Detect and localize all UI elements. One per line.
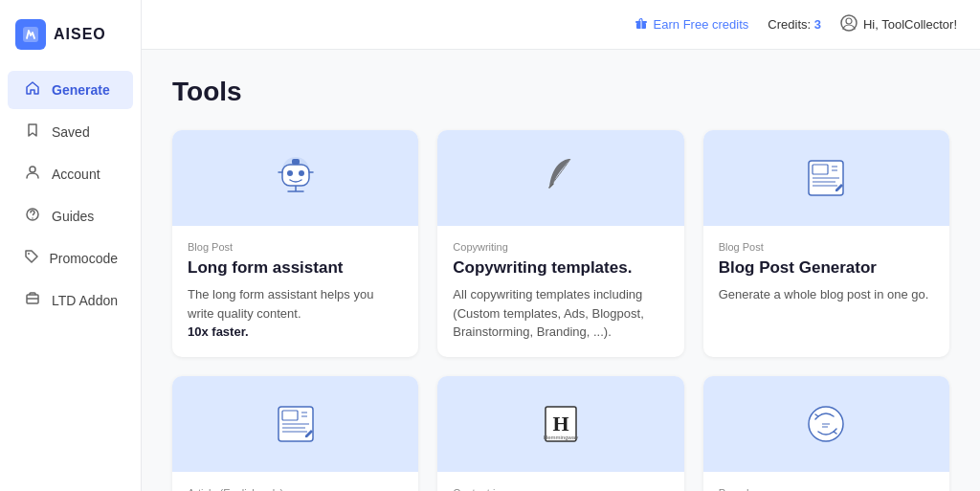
tool-icon-area (172, 130, 418, 226)
logo-icon (15, 19, 46, 50)
tool-card-blog-post[interactable]: Blog Post Blog Post Generator Generate a… (703, 130, 949, 357)
svg-point-1 (30, 167, 35, 172)
tool-desc: Generate a whole blog post in one go. (719, 285, 934, 304)
sidebar-guides-label: Guides (52, 209, 94, 224)
quill-icon (534, 151, 588, 205)
tool-icon-area (703, 376, 949, 472)
tool-card-paraphraser[interactable]: Paraphraser Content paraphraser Paraphra… (703, 376, 949, 492)
sidebar-generate-label: Generate (52, 82, 110, 98)
earn-credits-link[interactable]: Earn Free credits (635, 16, 749, 33)
svg-rect-16 (292, 159, 300, 165)
sidebar-item-account[interactable]: Account (8, 155, 133, 193)
sidebar-saved-label: Saved (52, 124, 90, 140)
tool-icon-area (703, 130, 949, 226)
tool-name: Blog Post Generator (719, 258, 934, 278)
paraphrase-icon (799, 397, 853, 451)
tool-category: Blog Post (188, 241, 403, 253)
earn-credits-label: Earn Free credits (654, 17, 749, 32)
tool-category: Paraphraser (719, 487, 934, 492)
svg-point-14 (287, 170, 293, 176)
tool-body: Blog Post Long form assistant The long f… (172, 226, 418, 357)
bot-icon (269, 151, 323, 205)
bookmark-icon (23, 123, 42, 142)
tool-card-long-form[interactable]: Blog Post Long form assistant The long f… (172, 130, 418, 357)
tool-icon-area (437, 130, 683, 226)
tool-body: Content improver Readability improver Th… (437, 472, 683, 492)
sidebar-ltd-label: LTD Addon (52, 293, 118, 308)
header: Earn Free credits Credits: 3 Hi, ToolCol… (142, 0, 980, 50)
page-title: Tools (172, 77, 949, 107)
hemingway-icon: H Hemmingway (534, 397, 588, 451)
tools-grid: Blog Post Long form assistant The long f… (172, 130, 949, 491)
svg-point-15 (299, 170, 304, 176)
tool-desc: The long form assistant helps you write … (188, 285, 403, 342)
credits-display: Credits: 3 (768, 17, 821, 32)
svg-text:Hemmingway: Hemmingway (544, 435, 578, 440)
sidebar: AISEO Generate Saved Account (0, 0, 142, 491)
tool-card-readability[interactable]: H Hemmingway Content improver Readabilit… (437, 376, 683, 492)
svg-point-11 (846, 18, 852, 24)
svg-point-4 (28, 253, 30, 255)
tool-card-article[interactable]: Article (English only) Article Generator… (172, 376, 418, 492)
user-icon (23, 165, 42, 184)
tool-highlight: 10x faster. (188, 324, 249, 339)
logo-text: AISEO (54, 26, 106, 43)
home-icon (23, 80, 42, 100)
gift-icon (635, 16, 648, 33)
tag-icon (23, 249, 39, 268)
tool-body: Copywriting Copywriting templates. All c… (437, 226, 683, 357)
sidebar-account-label: Account (52, 167, 100, 182)
sidebar-item-promocode[interactable]: Promocode (8, 239, 133, 278)
tool-body: Article (English only) Article Generator… (172, 472, 418, 492)
tool-category: Blog Post (719, 241, 934, 253)
tool-desc: All copywriting templates including (Cus… (453, 285, 668, 342)
tool-name: Long form assistant (188, 258, 403, 278)
tool-card-copywriting[interactable]: Copywriting Copywriting templates. All c… (437, 130, 683, 357)
sidebar-item-ltd-addon[interactable]: LTD Addon (8, 281, 133, 320)
tool-name: Copywriting templates. (453, 258, 668, 278)
credits-value: 3 (814, 17, 821, 32)
content-area: Tools (142, 50, 980, 491)
user-greeting: Hi, ToolCollector! (863, 17, 957, 32)
main-area: Earn Free credits Credits: 3 Hi, ToolCol… (142, 0, 980, 491)
sidebar-promocode-label: Promocode (49, 251, 118, 266)
editor-icon (799, 151, 853, 205)
editor2-icon (269, 397, 323, 451)
box-icon (23, 291, 42, 310)
sidebar-item-generate[interactable]: Generate (8, 71, 133, 109)
tool-body: Blog Post Blog Post Generator Generate a… (703, 226, 949, 320)
help-icon (23, 207, 42, 226)
user-info[interactable]: Hi, ToolCollector! (840, 14, 957, 34)
user-avatar-icon (840, 14, 858, 34)
sidebar-item-guides[interactable]: Guides (8, 197, 133, 235)
sidebar-item-saved[interactable]: Saved (8, 113, 133, 151)
tool-category: Copywriting (453, 241, 668, 253)
tool-category: Content improver (453, 487, 668, 492)
svg-point-3 (32, 217, 33, 219)
tool-icon-area (172, 376, 418, 472)
svg-text:H: H (552, 412, 568, 435)
tool-icon-area: H Hemmingway (437, 376, 683, 472)
tool-body: Paraphraser Content paraphraser Paraphra… (703, 472, 949, 492)
logo: AISEO (0, 8, 141, 69)
tool-category: Article (English only) (188, 487, 403, 492)
